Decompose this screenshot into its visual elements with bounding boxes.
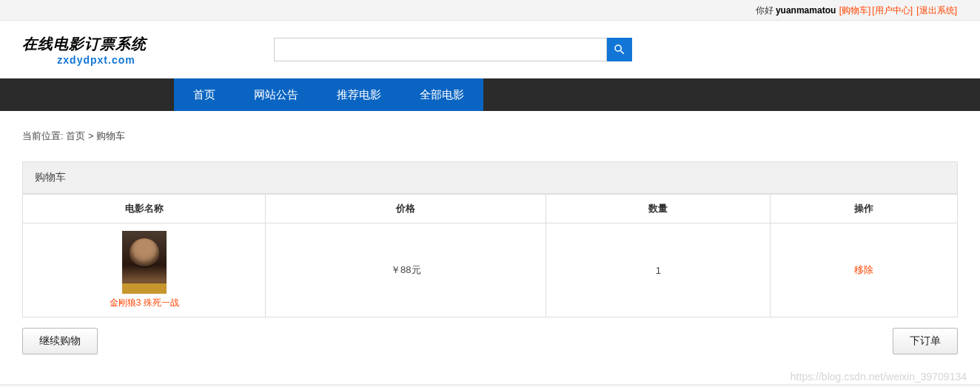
logo-title: 在线电影订票系统 [22, 34, 170, 54]
logo-domain: zxdydpxt.com [22, 54, 170, 66]
link-logout[interactable]: [退出系统] [916, 5, 957, 16]
cart-table: 电影名称 价格 数量 操作 金刚狼3 殊死一战 ￥88元 1 移除 [22, 194, 958, 317]
search-icon [613, 43, 626, 56]
nav-home[interactable]: 首页 [174, 78, 235, 111]
place-order-button[interactable]: 下订单 [893, 328, 958, 354]
nav-recommend[interactable]: 推荐电影 [318, 78, 400, 111]
username-text: yuanmamatou [776, 5, 836, 16]
link-cart[interactable]: [购物车] [839, 5, 871, 16]
col-price: 价格 [266, 195, 546, 223]
cell-movie: 金刚狼3 殊死一战 [23, 223, 266, 317]
greeting-text: 你好 [756, 5, 773, 16]
nav-announcement[interactable]: 网站公告 [235, 78, 318, 111]
cell-qty: 1 [546, 223, 771, 317]
table-row: 金刚狼3 殊死一战 ￥88元 1 移除 [23, 223, 958, 317]
search-form [274, 38, 632, 61]
action-bar: 继续购物 下订单 [22, 328, 958, 354]
breadcrumb-current: 购物车 [96, 130, 125, 141]
table-header-row: 电影名称 价格 数量 操作 [23, 195, 958, 223]
link-user-center[interactable]: [用户中心] [872, 5, 913, 16]
cell-price: ￥88元 [266, 223, 546, 317]
cart-title: 购物车 [35, 171, 66, 183]
continue-shopping-button[interactable]: 继续购物 [22, 328, 98, 354]
movie-name-link[interactable]: 金刚狼3 殊死一战 [110, 297, 179, 308]
cart-title-bar: 购物车 [22, 161, 958, 194]
site-logo[interactable]: 在线电影订票系统 zxdydpxt.com [22, 34, 170, 66]
breadcrumb: 当前位置: 首页 > 购物车 [22, 129, 958, 143]
breadcrumb-label: 当前位置: [22, 130, 64, 141]
nav-all-movies[interactable]: 全部电影 [400, 78, 483, 111]
movie-thumbnail[interactable] [122, 231, 167, 294]
search-button[interactable] [607, 38, 632, 61]
cell-action: 移除 [771, 223, 958, 317]
main-container: 当前位置: 首页 > 购物车 购物车 电影名称 价格 数量 操作 金刚狼3 殊死… [0, 111, 980, 384]
breadcrumb-home[interactable]: 首页 [66, 130, 85, 141]
col-action: 操作 [771, 195, 958, 223]
header: 在线电影订票系统 zxdydpxt.com [0, 21, 980, 78]
col-name: 电影名称 [23, 195, 266, 223]
breadcrumb-sep: > [88, 130, 94, 141]
main-nav: 首页 网站公告 推荐电影 全部电影 [0, 78, 980, 111]
col-qty: 数量 [546, 195, 771, 223]
footer-strip [0, 384, 980, 387]
search-input[interactable] [274, 38, 607, 61]
remove-link[interactable]: 移除 [854, 264, 873, 275]
top-bar: 你好 yuanmamatou [购物车][用户中心] [退出系统] [0, 0, 980, 21]
